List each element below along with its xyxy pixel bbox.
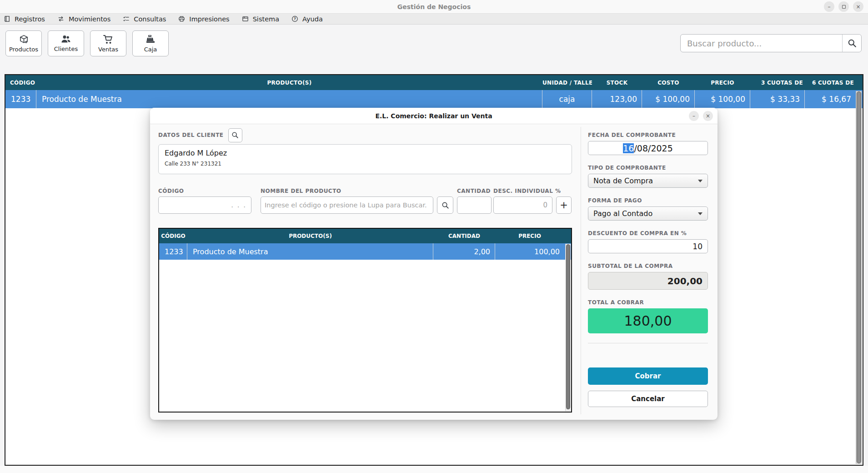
tipo-comprobante-select[interactable]: Nota de Compra xyxy=(588,174,708,188)
cell-producto: Producto de Muestra xyxy=(36,90,542,108)
item-row-selected[interactable]: 1233 Producto de Muestra 2,00 100,00 xyxy=(159,243,571,260)
minimize-button[interactable]: – xyxy=(824,1,834,12)
dialog-titlebar: E.L. Comercio: Realizar un Venta – × xyxy=(150,108,717,124)
cell-stock: 123,00 xyxy=(592,90,642,108)
menu-movimientos[interactable]: Movimientos xyxy=(57,15,110,23)
cell-unidad: caja xyxy=(542,90,592,108)
table-row-selected[interactable]: 1233 Producto de Muestra caja 123,00 $ 1… xyxy=(5,90,863,108)
col-costo[interactable]: COSTO xyxy=(642,80,695,86)
menu-sistema[interactable]: Sistema xyxy=(242,15,279,23)
product-entry-row: CÓDIGO NOMBRE DEL PRODUCTO CANTIDAD DESC… xyxy=(158,188,572,213)
window-title: Gestión de Negocios xyxy=(397,3,471,10)
col-stock[interactable]: STOCK xyxy=(592,80,642,86)
scrollbar-thumb[interactable] xyxy=(566,244,570,409)
descuento-individual-input[interactable] xyxy=(493,196,552,214)
nombre-label: NOMBRE DEL PRODUCTO xyxy=(261,188,341,194)
app-window: { "colors": { "header-teal": "#17576d", … xyxy=(0,0,868,473)
items-table-header: CÓDIGO PRODUCTO(S) CANTIDAD PRECIO xyxy=(159,229,571,243)
client-search-button[interactable] xyxy=(228,128,242,142)
descuento-compra-label: DESCUENTO DE COMPRA EN % xyxy=(588,230,708,236)
fecha-rest: /08/2025 xyxy=(634,143,672,153)
dialog-body: DATOS DEL CLIENTE Edgardo M López Calle … xyxy=(150,124,717,420)
client-info-box: Edgardo M López Calle 233 N° 231321 xyxy=(158,144,572,174)
col-3cuotas[interactable]: 3 CUOTAS DE xyxy=(750,80,805,86)
dialog-summary-panel: FECHA DEL COMPROBANTE 16/08/2025 TIPO DE… xyxy=(588,124,708,407)
codigo-label: CÓDIGO xyxy=(158,188,184,194)
cantidad-input[interactable] xyxy=(457,196,492,214)
menu-ayuda[interactable]: ? Ayuda xyxy=(291,15,323,23)
menu-consultas[interactable]: Consultas xyxy=(123,15,166,23)
ventas-button[interactable]: Ventas xyxy=(90,30,126,56)
close-icon: × xyxy=(856,4,860,10)
close-button[interactable]: × xyxy=(853,1,863,12)
col-codigo[interactable]: CÓDIGO xyxy=(5,80,36,86)
col-cantidad: CANTIDAD xyxy=(433,233,495,239)
caja-button[interactable]: Caja xyxy=(132,30,169,56)
col-producto[interactable]: PRODUCTO(S) xyxy=(36,80,542,86)
dialog-left-panel: DATOS DEL CLIENTE Edgardo M López Calle … xyxy=(158,124,572,413)
tipo-comprobante-label: TIPO DE COMPROBANTE xyxy=(588,165,708,171)
client-section-label: DATOS DEL CLIENTE xyxy=(158,132,224,138)
dialog-title: E.L. Comercio: Realizar un Venta xyxy=(375,112,492,120)
subtotal-value: 200,00 xyxy=(588,272,708,290)
toolbar-label: Clientes xyxy=(54,45,78,52)
add-item-button[interactable]: + xyxy=(556,196,572,214)
people-icon xyxy=(60,34,71,44)
divider xyxy=(588,343,708,343)
table-vertical-scrollbar[interactable] xyxy=(856,91,862,464)
cell-cantidad: 2,00 xyxy=(433,243,495,260)
dialog-controls: – × xyxy=(689,111,713,121)
cell-precio: $ 100,00 xyxy=(695,90,750,108)
bottom-strip xyxy=(0,466,868,473)
col-unidad[interactable]: UNIDAD / TALLE xyxy=(542,80,592,86)
col-6cuotas[interactable]: 6 CUOTAS DE xyxy=(805,80,856,86)
cell-codigo: 1233 xyxy=(159,243,187,260)
menu-label: Impresiones xyxy=(189,15,229,23)
descuento-compra-input[interactable] xyxy=(588,239,708,253)
search-icon xyxy=(231,131,239,139)
window-titlebar: Gestión de Negocios – × xyxy=(0,0,868,13)
cell-precio: 100,00 xyxy=(495,243,564,260)
products-table-header: CÓDIGO PRODUCTO(S) UNIDAD / TALLE STOCK … xyxy=(5,75,863,90)
client-name: Edgardo M López xyxy=(165,149,566,157)
toolbar-label: Caja xyxy=(144,46,157,53)
col-producto: PRODUCTO(S) xyxy=(187,233,433,239)
cash-register-icon xyxy=(145,34,156,45)
total-value: 180,00 xyxy=(588,308,708,333)
dialog-minimize-button[interactable]: – xyxy=(689,111,699,121)
nombre-input[interactable] xyxy=(261,196,433,214)
forma-pago-select[interactable]: Pago al Contado xyxy=(588,206,708,221)
product-search xyxy=(680,34,862,52)
transfer-arrows-icon xyxy=(57,15,65,22)
search-input[interactable] xyxy=(681,35,842,52)
panel-divider xyxy=(581,127,581,414)
codigo-input[interactable] xyxy=(158,196,251,214)
cell-3cuotas: $ 33,33 xyxy=(750,90,805,108)
items-table-body: 1233 Producto de Muestra 2,00 100,00 xyxy=(159,243,571,412)
col-precio[interactable]: PRECIO xyxy=(695,80,750,86)
cell-costo: $ 100,00 xyxy=(642,90,695,108)
descuento-individual-label: DESC. INDIVIDUAL % xyxy=(493,188,561,194)
plus-icon: + xyxy=(560,200,568,211)
cancelar-button[interactable]: Cancelar xyxy=(588,391,708,407)
productos-button[interactable]: Productos xyxy=(5,30,42,56)
dialog-close-button[interactable]: × xyxy=(703,111,713,121)
chevron-down-icon xyxy=(698,180,702,182)
items-vertical-scrollbar[interactable] xyxy=(565,244,571,411)
cobrar-button[interactable]: Cobrar xyxy=(588,367,708,385)
col-codigo: CÓDIGO xyxy=(159,233,187,239)
clientes-button[interactable]: Clientes xyxy=(48,30,84,56)
search-button[interactable] xyxy=(842,35,861,52)
col-precio: PRECIO xyxy=(495,233,564,239)
svg-text:?: ? xyxy=(294,17,296,21)
printer-icon xyxy=(178,15,185,22)
scrollbar-thumb[interactable] xyxy=(857,91,861,463)
minimize-icon: – xyxy=(828,4,831,10)
fecha-input[interactable]: 16/08/2025 xyxy=(588,141,708,155)
maximize-button[interactable] xyxy=(838,1,849,12)
system-window-icon xyxy=(242,15,249,22)
menu-registros[interactable]: Registros xyxy=(4,15,45,23)
close-icon: × xyxy=(706,113,710,119)
menu-impresiones[interactable]: Impresiones xyxy=(178,15,229,23)
product-search-button[interactable] xyxy=(437,196,453,214)
